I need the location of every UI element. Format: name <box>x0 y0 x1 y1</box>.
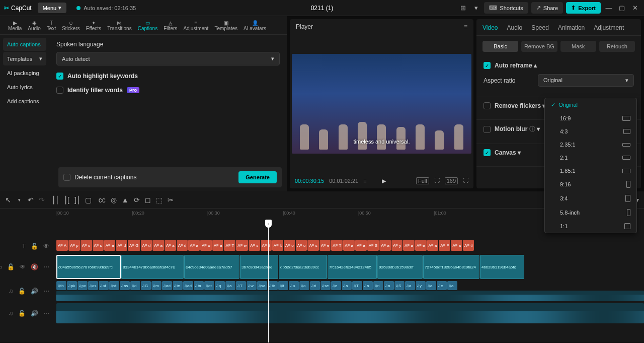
keyword-clip[interactable]: ♫y <box>416 281 426 290</box>
ratio-option-235-1[interactable]: 2.35:1 <box>545 138 636 151</box>
filters-tab[interactable]: ◬Filters <box>160 19 180 32</box>
keyword-clip[interactable]: ♫T <box>236 281 246 290</box>
keyword-clip[interactable]: ♫ri <box>373 281 383 290</box>
transitions-tab[interactable]: ⋈Transitions <box>104 19 135 32</box>
sidebar-templates[interactable]: Templates▾ <box>3 52 46 65</box>
ratio-option-58inch[interactable]: 5.8-inch <box>545 205 636 220</box>
crop2-tool[interactable]: ✂ <box>168 196 174 204</box>
keyword-clip[interactable]: ♫a <box>384 281 394 290</box>
caption-clip[interactable]: A≡ w <box>236 240 248 251</box>
caption-clip[interactable]: A≡ o <box>200 240 212 251</box>
caption-clip[interactable]: A≡ a <box>188 240 200 251</box>
keyword-clip[interactable]: ♫a <box>363 281 373 290</box>
minimize-button[interactable]: — <box>604 4 614 12</box>
sidebar-add-captions[interactable]: Add captions <box>3 95 46 108</box>
caption-clip[interactable]: A≡ a <box>379 240 391 251</box>
ratio-option-1-1[interactable]: 1:1 <box>545 220 636 233</box>
mirror-tool[interactable]: ▲ <box>122 196 129 204</box>
caption-clip[interactable]: A≡ o <box>296 240 307 251</box>
list-icon[interactable]: ≡ <box>363 178 366 184</box>
avatars-tab[interactable]: 👤AI avatars <box>240 19 269 32</box>
text-tab[interactable]: TText <box>44 19 59 32</box>
keyword-clip[interactable]: ♫lt <box>278 281 288 290</box>
eye-icon[interactable]: 👁 <box>43 243 49 250</box>
video-track-icon[interactable]: ▭ <box>0 263 2 270</box>
caption-clip[interactable]: A≡ e <box>415 240 427 251</box>
tab-speed[interactable]: Speed <box>531 24 549 31</box>
keyword-clip[interactable]: ♫th <box>56 281 66 290</box>
layout-icon[interactable]: ⊞ <box>458 4 468 12</box>
auto-reframe-checkbox[interactable]: ✓ <box>484 62 491 69</box>
lock-icon[interactable]: 🔓 <box>31 243 38 250</box>
video-clip[interactable]: db52d2f0ea23eb39cc <box>279 255 327 279</box>
ratio-option-9-16[interactable]: 9:16 <box>545 177 636 191</box>
tab-video[interactable]: Video <box>482 24 498 31</box>
keyword-clip[interactable]: ♫os <box>88 281 98 290</box>
eye-icon[interactable]: 👁 <box>20 263 26 270</box>
maximize-button[interactable]: ▢ <box>617 4 627 12</box>
caption-clip[interactable]: A≡ G <box>128 240 140 251</box>
adjustment-tab[interactable]: ≡Adjustment <box>180 19 211 32</box>
more-icon[interactable]: ⋯ <box>43 310 49 317</box>
keyword-clip[interactable]: ♫of <box>99 281 109 290</box>
templates-tab[interactable]: ▣Templates <box>211 19 240 32</box>
caption-clip[interactable]: A≡ lt <box>272 240 283 251</box>
reverse-tool[interactable]: ⟳ <box>134 196 140 204</box>
keyword-clip[interactable]: ♫sa <box>257 281 267 290</box>
caption-clip[interactable]: A≡ o <box>284 240 295 251</box>
pointer-tool[interactable]: ↖ <box>5 196 11 204</box>
lock-icon[interactable]: 🔓 <box>7 263 15 270</box>
video-clip[interactable]: 727450df18286ab4b8c9fa24 <box>423 255 479 279</box>
crop-icon[interactable]: ⛶ <box>434 177 440 184</box>
wave-track-icon[interactable]: ♫ <box>9 288 13 295</box>
keyword-clip[interactable]: ♫ta <box>194 281 204 290</box>
keyword-clip[interactable]: ♫a <box>447 281 457 290</box>
video-clip[interactable]: 92680db36159dc6f <box>377 255 423 279</box>
subtab-basic[interactable]: Basic <box>482 41 518 52</box>
mute-icon[interactable]: 🔊 <box>31 288 38 295</box>
ratio-169-button[interactable]: 169 <box>445 177 458 184</box>
caption-clip[interactable]: A≡ a <box>104 240 116 251</box>
media-tab[interactable]: ▶Media <box>5 19 25 32</box>
canvas-checkbox[interactable]: ✓ <box>484 149 491 156</box>
aspect-ratio-select[interactable]: Original▾ <box>538 74 634 87</box>
share-button[interactable]: ↗Share <box>531 2 563 14</box>
pointer-chevron[interactable]: ▾ <box>18 197 21 202</box>
ratio-option-16-9[interactable]: 16:9 <box>545 112 636 125</box>
ratio-option-3-4[interactable]: 3:4 <box>545 191 636 205</box>
tab-audio[interactable]: Audio <box>507 24 522 31</box>
split-left-tool[interactable]: ⎮[ <box>64 196 69 204</box>
keyword-clip[interactable]: ♫te <box>173 281 183 290</box>
caption-clip[interactable]: A≡ a <box>165 240 176 251</box>
keyword-clip[interactable]: ♫a <box>405 281 415 290</box>
keyword-clip[interactable]: ♫se <box>320 281 331 290</box>
mute-icon[interactable]: 🔇 <box>31 263 38 270</box>
keyword-clip[interactable]: ♫S <box>394 281 405 290</box>
wave-track-icon[interactable]: ♫ <box>9 310 13 317</box>
chevron-up-icon[interactable]: ▴ <box>534 62 537 69</box>
caption-clip[interactable]: A≡ s <box>93 240 104 251</box>
ratio-option-4-3[interactable]: 4:3 <box>545 125 636 138</box>
flickers-checkbox[interactable] <box>484 102 491 109</box>
keyword-clip[interactable]: ♫pk <box>67 281 77 290</box>
mute-icon[interactable]: 🔊 <box>31 310 38 317</box>
caption-clip[interactable]: A≡ s <box>249 240 260 251</box>
caption-clip[interactable]: A≡ d <box>116 240 127 251</box>
more-icon[interactable]: ⋯ <box>43 288 49 295</box>
generate-button[interactable]: Generate <box>238 171 277 183</box>
filler-checkbox[interactable] <box>56 87 63 94</box>
sidebar-ai-packaging[interactable]: AI packaging <box>3 66 46 80</box>
ratio-option-185-1[interactable]: 1.85:1 <box>545 164 636 177</box>
keyword-clip[interactable]: ♫w <box>247 281 257 290</box>
keyword-clip[interactable]: ♫st <box>109 281 119 290</box>
stickers-tab[interactable]: ☺Stickers <box>59 19 83 32</box>
delete-tool[interactable]: ▢ <box>85 196 92 204</box>
keyword-clip[interactable]: ♫e <box>437 281 447 290</box>
video-clip[interactable]: c04a558b5627876b698dce9fc <box>56 255 121 279</box>
video-clip[interactable]: 7fc1642efe3484212465 <box>328 255 377 279</box>
ratio-option-2-1[interactable]: 2:1 <box>545 151 636 164</box>
sidebar-auto-captions[interactable]: Auto captions <box>3 38 46 51</box>
effects-tab[interactable]: ✦Effects <box>83 19 104 32</box>
keyword-clip[interactable]: ♫a <box>342 281 352 290</box>
layout-chevron[interactable]: ▾ <box>471 4 481 12</box>
